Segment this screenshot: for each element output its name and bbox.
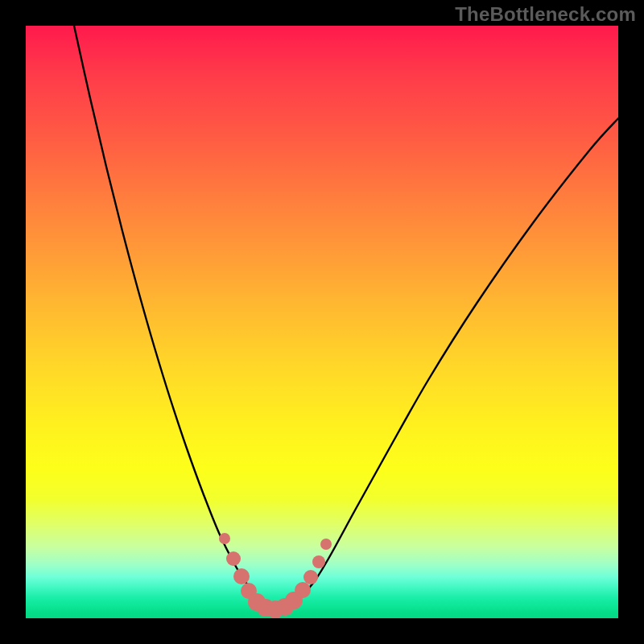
curve-layer (26, 26, 618, 618)
highlight-dot (312, 555, 325, 568)
highlight-markers (219, 533, 332, 618)
highlight-dot (295, 582, 311, 598)
highlight-dot (303, 570, 318, 584)
chart-frame: TheBottleneck.com (0, 0, 644, 644)
watermark-text: TheBottleneck.com (455, 3, 636, 26)
highlight-dot (320, 539, 332, 550)
plot-area (26, 26, 618, 618)
highlight-dot (226, 551, 241, 566)
highlight-dot (233, 568, 250, 584)
highlight-dot (219, 533, 230, 544)
bottleneck-curve (74, 26, 618, 609)
